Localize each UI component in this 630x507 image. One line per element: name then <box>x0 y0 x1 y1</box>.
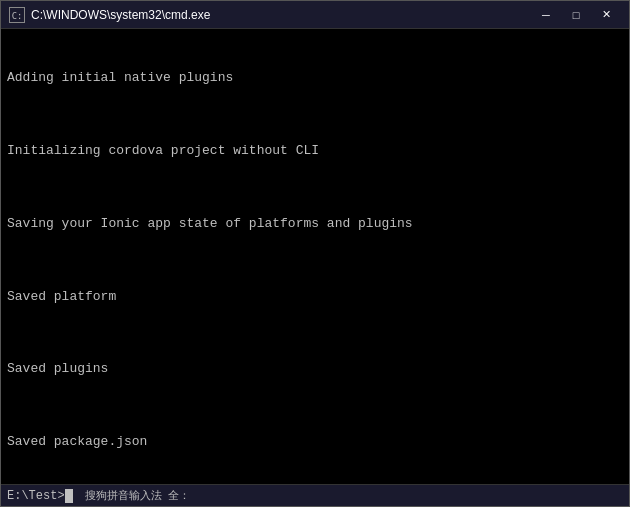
line-1: Adding initial native plugins <box>7 69 623 87</box>
title-bar-left: C: C:\WINDOWS\system32\cmd.exe <box>9 7 210 23</box>
close-button[interactable]: ✕ <box>591 4 621 26</box>
ime-text: 搜狗拼音输入法 全： <box>85 488 191 503</box>
window-title: C:\WINDOWS\system32\cmd.exe <box>31 8 210 22</box>
line-6: Saved package.json <box>7 433 623 451</box>
cursor-blink <box>65 489 73 503</box>
window-controls: ─ □ ✕ <box>531 4 621 26</box>
current-path: E:\Test> <box>7 489 65 503</box>
maximize-button[interactable]: □ <box>561 4 591 26</box>
svg-text:C:: C: <box>12 10 23 20</box>
line-5: Saved plugins <box>7 360 623 378</box>
console-output: Adding initial native plugins Initializi… <box>7 33 623 484</box>
title-bar: C: C:\WINDOWS\system32\cmd.exe ─ □ ✕ <box>1 1 629 29</box>
minimize-button[interactable]: ─ <box>531 4 561 26</box>
line-4: Saved platform <box>7 288 623 306</box>
cmd-icon: C: <box>9 7 25 23</box>
line-3: Saving your Ionic app state of platforms… <box>7 215 623 233</box>
console-body[interactable]: Adding initial native plugins Initializi… <box>1 29 629 484</box>
window-frame: C: C:\WINDOWS\system32\cmd.exe ─ □ ✕ Add… <box>0 0 630 507</box>
status-bar: E:\Test> 搜狗拼音输入法 全： <box>1 484 629 506</box>
line-2: Initializing cordova project without CLI <box>7 142 623 160</box>
